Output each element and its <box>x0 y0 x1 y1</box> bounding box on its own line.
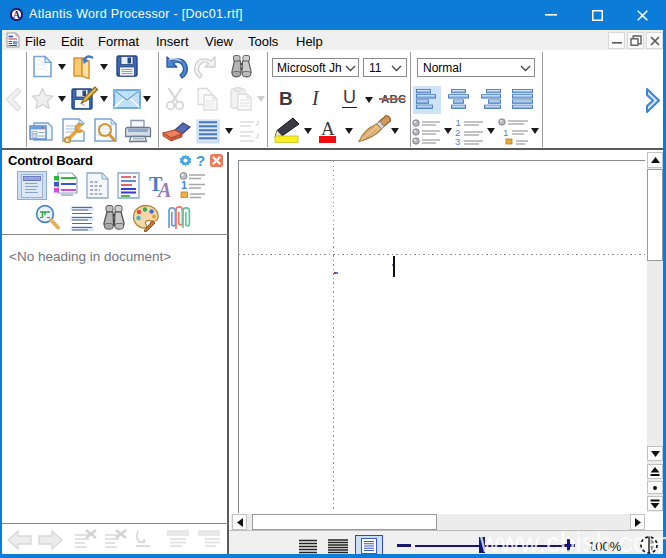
svg-text:A: A <box>156 179 171 199</box>
svg-text:3: 3 <box>455 136 460 145</box>
svg-text:1: 1 <box>181 179 187 191</box>
svg-text:1: 1 <box>503 127 508 138</box>
svg-text:A: A <box>13 9 20 20</box>
